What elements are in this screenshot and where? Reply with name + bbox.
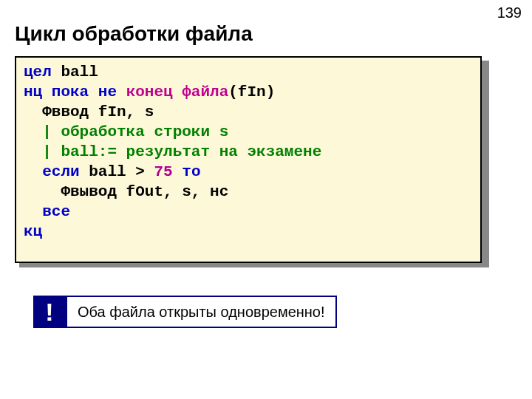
code-line-3: Фввод fIn, s	[24, 103, 154, 120]
kw-nc-poka-ne: нц пока не	[24, 83, 117, 100]
page-number: 139	[497, 4, 522, 21]
kw-esli: если	[42, 163, 79, 180]
kw-kc: кц	[24, 223, 42, 240]
code-space	[173, 163, 183, 180]
code-line-1: цел ball	[24, 64, 98, 81]
fn-konec-fayla: конец файла	[117, 83, 228, 100]
kw-to: то	[182, 163, 200, 180]
page-title: Цикл обработки файла	[15, 22, 253, 46]
code-text: ball >	[80, 163, 154, 180]
code-text: (fIn)	[228, 83, 275, 100]
code-line-2: нц пока не конец файла(fIn)	[24, 83, 275, 100]
note-callout: ! Оба файла открыты одновременно!	[33, 296, 337, 328]
code-comment-1: | обработка строки s	[24, 123, 228, 140]
num-75: 75	[154, 163, 172, 180]
code-text: ball	[52, 64, 98, 81]
code-box: цел ball нц пока не конец файла(fIn) Фвв…	[15, 56, 482, 263]
kw-vse: все	[24, 203, 70, 220]
code-comment-2: | ball:= результат на экзамене	[24, 143, 321, 160]
code-line-7: Фвывод fOut, s, нс	[24, 183, 228, 200]
code-indent	[24, 163, 42, 180]
kw-cel: цел	[24, 64, 52, 81]
exclamation-icon: !	[33, 296, 66, 328]
code-line-6: если ball > 75 то	[24, 163, 201, 180]
note-text: Оба файла открыты одновременно!	[66, 296, 337, 328]
